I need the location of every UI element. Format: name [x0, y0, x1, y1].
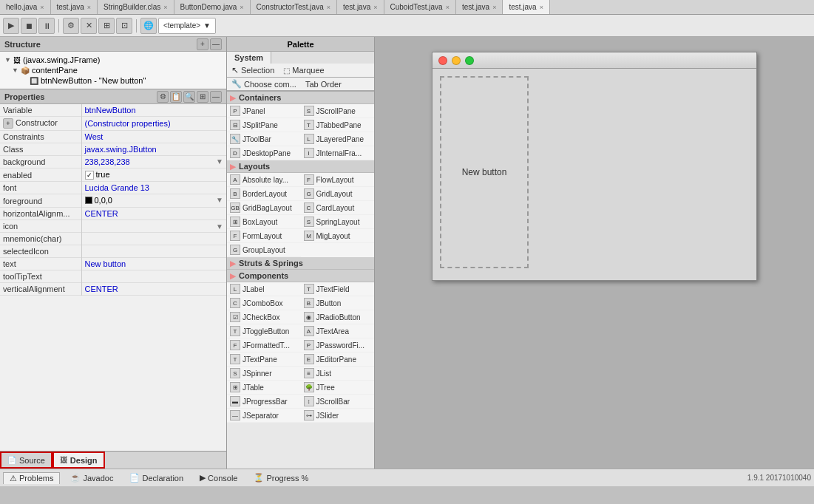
palette-jdesktoppane[interactable]: D JDesktopPane	[227, 146, 301, 160]
tab-close[interactable]: ×	[446, 4, 450, 11]
palette-jradiobutton[interactable]: ◉ JRadioButton	[301, 310, 375, 324]
props-icon2[interactable]: 📋	[170, 91, 182, 103]
palette-jtoolbar[interactable]: 🔧 JToolBar	[227, 132, 301, 146]
prop-row-enabled[interactable]: enabled ✓ true	[0, 168, 226, 182]
palette-jtextfield[interactable]: T JTextField	[301, 282, 375, 296]
palette-jscrollpane[interactable]: S JScrollPane	[301, 104, 375, 118]
close-traffic-btn[interactable]	[438, 56, 447, 65]
palette-jtree[interactable]: 🌳 JTree	[301, 381, 375, 395]
more-icon[interactable]: ▼	[216, 222, 223, 231]
toolbar-close-btn[interactable]: ✕	[81, 18, 97, 34]
prop-row-horizontal-align[interactable]: horizontalAlignm... CENTER	[0, 208, 226, 220]
toolbar-template-dropdown[interactable]: <template> ▼	[158, 18, 216, 34]
prop-value[interactable]: CENTER	[81, 208, 226, 220]
palette-jlayeredpane[interactable]: L JLayeredPane	[301, 132, 375, 146]
tab-constructortest[interactable]: ConstructorTest.java ×	[251, 0, 337, 14]
toolbar-settings-btn[interactable]: ⚙	[63, 18, 79, 34]
palette-cardlayout[interactable]: C CardLayout	[301, 201, 375, 215]
palette-jspinner[interactable]: S JSpinner	[227, 367, 301, 381]
tree-item-jframe[interactable]: ▼ 🖼 (javax.swing.JFrame)	[3, 55, 223, 65]
palette-jlabel[interactable]: L JLabel	[227, 282, 301, 296]
tree-item-button[interactable]: 🔲 btnNewButton - "New button"	[3, 75, 223, 86]
tab-close[interactable]: ×	[40, 4, 44, 11]
tab-progress[interactable]: ⏳ Progress %	[248, 472, 314, 483]
toolbar-run-btn[interactable]: ▶	[3, 18, 19, 34]
prop-row-mnemonic[interactable]: mnemonic(char)	[0, 233, 226, 245]
props-icon3[interactable]: 🔍	[183, 91, 195, 103]
prop-value[interactable]	[81, 270, 226, 283]
tab-close[interactable]: ×	[87, 4, 91, 11]
tab-stringbuilder[interactable]: StringBuilder.clas ×	[98, 0, 174, 14]
structure-collapse-btn[interactable]: —	[210, 38, 222, 50]
tree-item-contentpane[interactable]: ▼ 📦 contentPane	[3, 65, 223, 75]
tab-test1-java[interactable]: test.java ×	[51, 0, 98, 14]
palette-jtable[interactable]: ⊞ JTable	[227, 381, 301, 395]
tab-cuboidtest[interactable]: CuboidTest.java ×	[384, 0, 456, 14]
palette-gridlayout[interactable]: G GridLayout	[301, 187, 375, 201]
palette-jslider[interactable]: ⊶ JSlider	[301, 409, 375, 423]
props-icon4[interactable]: ⊞	[197, 91, 208, 103]
palette-jsplitpane[interactable]: ⊟ JSplitPane	[227, 118, 301, 132]
enabled-checkbox[interactable]: ✓	[85, 171, 94, 180]
prop-value[interactable]: 0,0,0 ▼	[81, 194, 226, 208]
tab-javadoc[interactable]: ☕ Javadoc	[64, 472, 119, 483]
toolbar-stop-btn[interactable]: ⏹	[21, 18, 37, 34]
palette-jtabbedpane[interactable]: T JTabbedPane	[301, 118, 375, 132]
palette-jtextarea[interactable]: A JTextArea	[301, 324, 375, 338]
prop-value[interactable]: 238,238,238 ▼	[81, 156, 226, 168]
palette-jcombobox[interactable]: C JComboBox	[227, 296, 301, 310]
canvas-content[interactable]: New button	[433, 69, 756, 280]
min-traffic-btn[interactable]	[452, 56, 461, 65]
expand-icon[interactable]: +	[3, 118, 13, 129]
prop-value[interactable]: Lucida Grande 13	[81, 182, 226, 194]
palette-jscrollbar[interactable]: ↕ JScrollBar	[301, 395, 375, 409]
props-collapse-btn[interactable]: —	[210, 91, 222, 103]
prop-value[interactable]: West	[81, 131, 226, 143]
palette-jinternalframe[interactable]: I JInternalFra...	[301, 146, 375, 160]
prop-value[interactable]: javax.swing.JButton	[81, 143, 226, 156]
tab-buttondemo[interactable]: ButtonDemo.java ×	[174, 0, 251, 14]
tab-declaration[interactable]: 📄 Declaration	[123, 472, 189, 483]
tab-close[interactable]: ×	[373, 4, 377, 11]
tab-close[interactable]: ×	[240, 4, 243, 11]
tab-problems[interactable]: ⚠ Problems	[3, 472, 60, 484]
palette-jlist[interactable]: ≡ JList	[301, 367, 375, 381]
tab-console[interactable]: ▶ Console	[194, 472, 243, 483]
prop-row-font[interactable]: font Lucida Grande 13	[0, 182, 226, 194]
tab-test2-java[interactable]: test.java ×	[337, 0, 384, 14]
palette-flowlayout[interactable]: F FlowLayout	[301, 173, 375, 187]
palette-jseparator[interactable]: — JSeparator	[227, 409, 301, 423]
prop-value[interactable]: CENTER	[81, 283, 226, 296]
palette-springlayout[interactable]: S SpringLayout	[301, 215, 375, 229]
palette-jtextpane[interactable]: T JTextPane	[227, 353, 301, 367]
palette-borderlayout[interactable]: B BorderLayout	[227, 187, 301, 201]
palette-jpanel[interactable]: P JPanel	[227, 104, 301, 118]
prop-row-icon[interactable]: icon ▼	[0, 220, 226, 233]
prop-row-background[interactable]: background 238,238,238 ▼	[0, 156, 226, 168]
prop-row-foreground[interactable]: foreground 0,0,0 ▼	[0, 194, 226, 208]
prop-row-tooltip[interactable]: toolTipText	[0, 270, 226, 283]
palette-boxlayout[interactable]: ⊞ BoxLayout	[227, 215, 301, 229]
palette-formlayout[interactable]: F FormLayout	[227, 229, 301, 243]
palette-miglayout[interactable]: M MigLayout	[301, 229, 375, 243]
tab-close[interactable]: ×	[327, 4, 330, 11]
palette-jpasswordfield[interactable]: P JPasswordFi...	[301, 338, 375, 353]
tab-test3-java[interactable]: test.java ×	[456, 0, 503, 14]
prop-value[interactable]: (Constructor properties)	[81, 117, 226, 131]
prop-row-variable[interactable]: Variable btnNewButton	[0, 104, 226, 117]
palette-jformattedtf[interactable]: F JFormattedT...	[227, 338, 301, 353]
tab-system[interactable]: System	[227, 52, 271, 64]
prop-row-class[interactable]: Class javax.swing.JButton	[0, 143, 226, 156]
tab-close[interactable]: ×	[540, 4, 543, 11]
prop-row-constraints[interactable]: Constraints West	[0, 131, 226, 143]
tab-hello-java[interactable]: hello.java ×	[0, 0, 51, 14]
canvas-new-button[interactable]: New button	[462, 167, 507, 177]
prop-row-constructor[interactable]: +Constructor (Constructor properties)	[0, 117, 226, 131]
toolbar-browser-btn[interactable]: 🌐	[140, 18, 157, 34]
structure-add-btn[interactable]: +	[197, 38, 208, 50]
tab-close[interactable]: ×	[492, 4, 496, 11]
palette-jcheckbox[interactable]: ☑ JCheckBox	[227, 310, 301, 324]
tab-design[interactable]: 🖼 Design	[52, 452, 105, 469]
palette-jbutton[interactable]: B JButton	[301, 296, 375, 310]
tab-tab-order[interactable]: Tab Order	[301, 78, 346, 90]
